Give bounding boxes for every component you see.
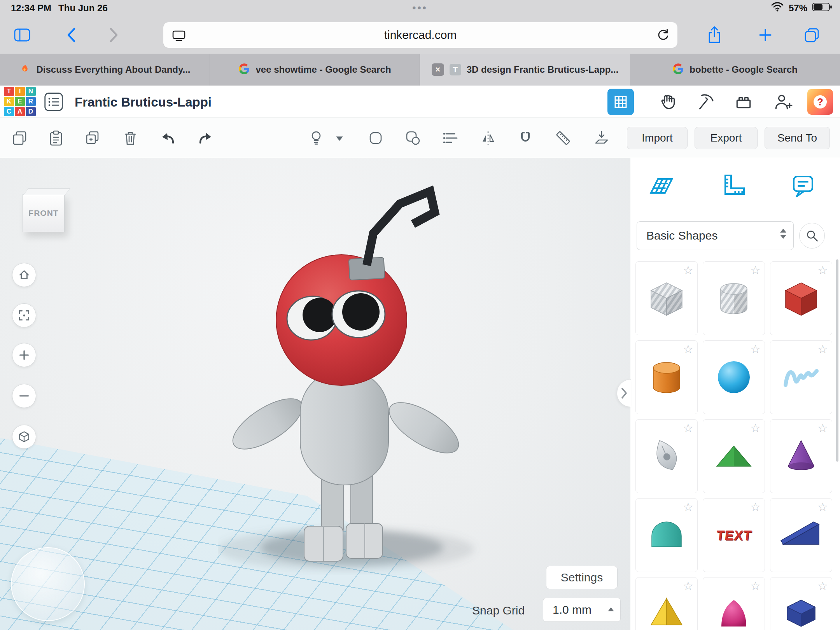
shape-tile-cone[interactable]: ☆ <box>770 419 832 493</box>
send-to-button[interactable]: Send To <box>765 127 830 149</box>
home-view-button[interactable] <box>12 263 36 287</box>
battery-icon <box>812 2 833 14</box>
design-properties-icon[interactable] <box>44 92 64 112</box>
shapes-panel: Basic Shapes ☆ ☆ ☆ ☆ ☆ ☆ ☆ ☆ ☆ <box>630 158 840 630</box>
ruler-helper-icon[interactable] <box>719 172 747 200</box>
favorite-star-icon[interactable]: ☆ <box>750 500 761 514</box>
back-button-icon[interactable] <box>65 16 77 54</box>
shape-tile-text[interactable]: TEXT ☆ <box>703 498 765 572</box>
favorite-star-icon[interactable]: ☆ <box>683 500 693 514</box>
refresh-icon[interactable] <box>656 28 670 44</box>
favorite-star-icon[interactable]: ☆ <box>683 263 693 277</box>
tab-label: bobette - Google Search <box>690 64 797 75</box>
undo-icon[interactable] <box>159 130 177 147</box>
favorite-star-icon[interactable]: ☆ <box>817 500 828 514</box>
tinkercad-favicon: T <box>450 64 461 75</box>
shape-tile-box[interactable]: ☆ <box>770 261 832 335</box>
material-lightbulb-icon[interactable] <box>308 130 325 147</box>
settings-button[interactable]: Settings <box>546 566 618 589</box>
tinkercad-logo[interactable]: TIN KER CAD <box>4 87 37 117</box>
shape-search-button[interactable] <box>799 223 825 248</box>
favorite-star-icon[interactable]: ☆ <box>683 421 693 435</box>
favorite-star-icon[interactable]: ☆ <box>750 342 761 356</box>
minecraft-pickaxe-icon[interactable] <box>695 92 715 112</box>
shape-tile-sphere[interactable]: ☆ <box>703 340 765 414</box>
notes-tool-icon[interactable] <box>789 172 817 200</box>
workplane-tool-icon[interactable] <box>648 172 676 200</box>
page-settings-icon[interactable] <box>172 29 186 43</box>
flame-icon <box>19 63 31 76</box>
sidebar-toggle-icon[interactable] <box>14 16 30 54</box>
shape-tile-wedge[interactable]: ☆ <box>770 498 832 572</box>
shape-tile-round-roof[interactable]: ☆ <box>635 498 698 572</box>
shape-tile-hole-box[interactable]: ☆ <box>635 261 698 335</box>
snap-magnet-icon[interactable] <box>517 130 534 147</box>
tab-vee-showtime[interactable]: vee showtime - Google Search <box>210 54 420 86</box>
shape-tile-cylinder[interactable]: ☆ <box>635 340 698 414</box>
shape-tile-roof[interactable]: ☆ <box>703 419 765 493</box>
lego-brick-icon[interactable] <box>733 92 754 112</box>
perspective-toggle-button[interactable] <box>12 425 36 449</box>
new-tab-icon[interactable] <box>758 16 773 54</box>
hand-tool-icon[interactable] <box>658 92 678 112</box>
favorite-star-icon[interactable]: ☆ <box>683 579 693 593</box>
duplicate-icon[interactable] <box>84 130 101 147</box>
favorite-star-icon[interactable]: ☆ <box>817 421 828 435</box>
share-icon[interactable] <box>707 16 722 54</box>
3d-view-mode-button[interactable] <box>607 89 634 115</box>
favorite-star-icon[interactable]: ☆ <box>817 342 828 356</box>
favorite-star-icon[interactable]: ☆ <box>817 263 828 277</box>
3d-canvas[interactable]: FRONT Settings Snap Grid 1.0 mm <box>0 158 630 630</box>
tab-bobette[interactable]: bobette - Google Search <box>630 54 840 86</box>
view-cube[interactable]: FRONT <box>23 194 65 232</box>
copy-icon[interactable] <box>11 130 28 147</box>
mirror-flip-icon[interactable] <box>480 130 497 147</box>
hole-shape-icon[interactable] <box>404 130 422 147</box>
delete-icon[interactable] <box>122 130 139 147</box>
tab-discuss-dandy[interactable]: Discuss Everything About Dandy... <box>0 54 210 86</box>
shape-tile-polygon[interactable]: ☆ <box>770 577 832 630</box>
solid-shape-icon[interactable] <box>367 130 384 147</box>
shape-category-value: Basic Shapes <box>646 229 718 242</box>
snap-grid-value: 1.0 mm <box>553 603 592 616</box>
select-carets-icon <box>780 229 786 239</box>
panel-scrollbar[interactable] <box>836 259 838 462</box>
lightbulb-dropdown-caret-icon[interactable] <box>336 136 343 141</box>
shape-tile-hole-cylinder[interactable]: ☆ <box>703 261 765 335</box>
shape-tile-paraboloid[interactable]: ☆ <box>703 577 765 630</box>
tabs-overview-icon[interactable] <box>803 16 821 54</box>
tab-strip: Discuss Everything About Dandy... vee sh… <box>0 54 840 86</box>
export-button[interactable]: Export <box>695 127 758 149</box>
tab-tinkercad-active[interactable]: × T 3D design Frantic Bruticus-Lapp... <box>420 54 630 86</box>
redo-icon[interactable] <box>197 130 214 147</box>
google-icon <box>672 63 684 76</box>
fit-view-button[interactable] <box>12 303 36 327</box>
favorite-star-icon[interactable]: ☆ <box>750 263 761 277</box>
favorite-star-icon[interactable]: ☆ <box>750 421 761 435</box>
snap-grid-dropdown[interactable]: 1.0 mm <box>543 598 621 622</box>
battery-percent: 57% <box>789 3 807 14</box>
favorite-star-icon[interactable]: ☆ <box>817 579 828 593</box>
address-bar[interactable]: tinkercad.com <box>163 22 677 48</box>
align-icon[interactable] <box>442 130 459 147</box>
favorite-star-icon[interactable]: ☆ <box>683 342 693 356</box>
google-icon <box>238 63 250 76</box>
model-red-character[interactable] <box>218 175 498 576</box>
zoom-in-button[interactable] <box>12 343 36 367</box>
invite-collaborator-icon[interactable] <box>773 92 793 112</box>
shape-category-select[interactable]: Basic Shapes <box>637 221 794 250</box>
zoom-out-button[interactable] <box>12 384 36 408</box>
ruler-tool-icon[interactable] <box>555 130 572 147</box>
wifi-icon <box>771 2 784 14</box>
avatar[interactable]: ? <box>807 89 833 115</box>
shape-tile-pyramid[interactable]: ☆ <box>635 577 698 630</box>
import-button[interactable]: Import <box>627 127 688 149</box>
paste-icon[interactable] <box>47 130 65 147</box>
favorite-star-icon[interactable]: ☆ <box>750 579 761 593</box>
shape-tile-scribble[interactable]: ☆ <box>770 340 832 414</box>
forward-button-icon[interactable] <box>108 16 120 54</box>
tab-close-icon[interactable]: × <box>432 63 444 76</box>
shape-tile-extrusion[interactable]: ☆ <box>635 419 698 493</box>
tab-label: 3D design Frantic Bruticus-Lapp... <box>467 64 619 75</box>
drop-to-workplane-icon[interactable] <box>593 130 610 147</box>
